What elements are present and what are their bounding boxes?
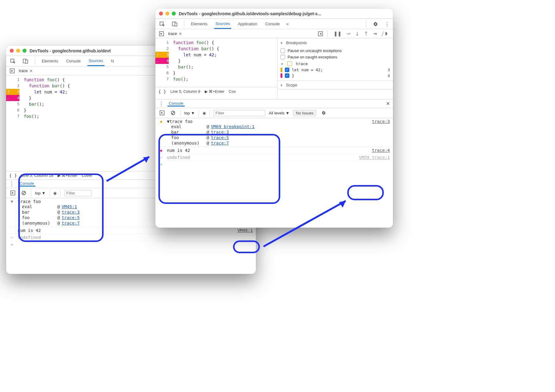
step-icon[interactable]: ⇥ [373, 31, 377, 37]
step-over-icon[interactable]: ⤻ [346, 31, 350, 37]
filter-input[interactable] [214, 110, 265, 116]
console-toolbar: top ▼ ◉ All levels ▼ No Issues [155, 108, 393, 118]
checkbox-icon[interactable]: ✓ [285, 73, 289, 78]
console-trace-row[interactable]: ◆ ▼trace foo eval@ VM69 breakpoint:1bar@… [155, 118, 393, 147]
step-into-icon[interactable]: ⤓ [355, 31, 359, 37]
deactivate-bp-icon[interactable]: ⧸◗ [382, 31, 387, 37]
filter-input[interactable] [64, 190, 92, 196]
settings-icon[interactable] [372, 20, 379, 28]
editor-statusbar: { } Line 5, Column 9 ▶ ⌘+Enter Cov [155, 87, 277, 96]
tab-console[interactable]: Console [65, 56, 82, 66]
step-out-icon[interactable]: ⤒ [364, 31, 368, 37]
checkbox-icon[interactable] [281, 48, 285, 53]
separator [184, 21, 184, 27]
drawer-tab-console[interactable]: Console [18, 181, 35, 187]
close-icon[interactable]: ✕ [30, 69, 33, 73]
tab-elements[interactable]: Elements [41, 56, 59, 66]
breakpoints-header[interactable]: Breakpoints [278, 38, 393, 47]
source-link[interactable]: trace:4 [372, 148, 390, 153]
live-expression-icon[interactable]: ◉ [203, 111, 206, 115]
checkbox-icon[interactable] [281, 55, 285, 59]
navigator-toggle-icon[interactable] [9, 67, 16, 75]
zoom-icon[interactable] [172, 12, 176, 16]
breakpoint-item[interactable]: ✓}4 [281, 73, 390, 79]
source-link[interactable]: trace:5 [211, 135, 229, 140]
pause-caught-toggle[interactable]: Pause on caught exceptions [281, 54, 390, 60]
context-selector[interactable]: top ▼ [35, 191, 46, 195]
tab-application[interactable]: Application [237, 19, 259, 29]
sidebar-toggle-icon[interactable] [9, 189, 16, 197]
inspect-icon[interactable] [9, 58, 16, 65]
tab-console[interactable]: Console [264, 19, 281, 29]
minimize-icon[interactable] [165, 12, 169, 16]
close-icon[interactable]: ✕ [179, 32, 182, 36]
minimize-icon[interactable] [16, 49, 20, 53]
source-link[interactable]: trace:3 [62, 210, 80, 215]
sidebar-toggle-icon[interactable] [158, 109, 166, 117]
coverage-cut[interactable]: Cov [229, 89, 236, 94]
clear-icon[interactable] [20, 189, 27, 197]
source-link[interactable]: trace:3 [211, 130, 229, 135]
svg-marker-4 [11, 70, 13, 72]
tab-sources[interactable]: Sources [214, 19, 231, 29]
breakpoint-item[interactable]: ✓let num = 42;3 [281, 67, 390, 73]
titlebar: DevTools - googlechrome.github.io/devtoo… [155, 9, 393, 19]
settings-icon[interactable] [320, 109, 327, 117]
traffic-lights [159, 12, 176, 16]
device-icon[interactable] [171, 20, 179, 28]
device-icon[interactable] [22, 58, 29, 65]
source-link[interactable]: trace:5 [62, 215, 80, 220]
code-editor[interactable]: 1234567 function foo() { function bar() … [155, 38, 277, 99]
drawer-tab-console[interactable]: Console [168, 101, 185, 107]
clear-icon[interactable] [169, 109, 177, 117]
close-icon[interactable]: ✕ [386, 101, 390, 107]
tab-next-cut[interactable]: N [110, 56, 115, 66]
log-levels-selector[interactable]: All levels ▼ [269, 111, 290, 115]
svg-marker-19 [161, 112, 163, 114]
close-icon[interactable] [10, 49, 14, 53]
run-snippet[interactable]: ▶ ⌘+Enter [205, 89, 224, 94]
console-drawer: ⋮ Console ✕ top ▼ ◉ All levels ▼ No Issu… [155, 99, 393, 228]
bp-file-row[interactable]: trace [281, 60, 390, 67]
source-link[interactable]: VM46:1 [237, 228, 253, 233]
console-prompt-row[interactable]: › [155, 161, 393, 168]
source-link[interactable]: VM59 trace:1 [359, 155, 390, 160]
pretty-print-icon[interactable]: { } [158, 89, 166, 94]
tab-elements[interactable]: Elements [190, 19, 209, 29]
line-gutter: 1234567 [155, 38, 171, 87]
source-link[interactable]: VM45:1 [62, 204, 77, 209]
scope-header[interactable]: Scope [278, 81, 393, 89]
source-link[interactable]: trace:3 [372, 119, 390, 124]
issues-button[interactable]: No Issues [293, 110, 316, 116]
expand-icon[interactable]: ▼ [9, 199, 15, 204]
live-expression-icon[interactable]: ◉ [53, 191, 57, 195]
separator [35, 58, 35, 65]
inspect-icon[interactable] [158, 20, 166, 28]
devtools-window-2: DevTools - googlechrome.github.io/devtoo… [155, 9, 393, 228]
log-text: num is 42 [18, 228, 41, 233]
source-link[interactable]: trace:7 [211, 141, 229, 145]
pretty-print-icon[interactable]: { } [9, 173, 17, 178]
file-tab-trace[interactable]: trace ✕ [19, 68, 33, 73]
pause-uncaught-toggle[interactable]: Pause on uncaught exceptions [281, 47, 390, 54]
pause-icon[interactable]: ❚❚ [334, 31, 341, 37]
zoom-icon[interactable] [23, 49, 27, 53]
console-prompt-row[interactable]: › [6, 241, 256, 248]
file-tab-label: trace [168, 31, 177, 36]
debugger-toggle-icon[interactable] [317, 30, 324, 37]
code-column: function foo() { function bar() { let nu… [171, 38, 219, 87]
source-link[interactable]: trace:7 [62, 221, 80, 226]
checkbox-icon[interactable]: ✓ [285, 68, 289, 72]
source-link[interactable]: VM69 breakpoint:1 [211, 124, 254, 129]
editor-area: 1234567 function foo() { function bar() … [155, 38, 393, 99]
coverage-cut[interactable]: Cover [82, 173, 92, 178]
separator [327, 30, 327, 37]
tab-sources[interactable]: Sources [87, 56, 104, 66]
navigator-toggle-icon[interactable] [158, 30, 165, 37]
more-tabs-icon[interactable]: » [286, 22, 288, 26]
run-snippet[interactable]: ▶ ⌘+Enter [58, 173, 77, 178]
file-tab-trace[interactable]: trace ✕ [168, 31, 182, 36]
svg-marker-15 [161, 33, 162, 35]
close-icon[interactable] [159, 12, 163, 16]
context-selector[interactable]: top ▼ [184, 111, 195, 115]
